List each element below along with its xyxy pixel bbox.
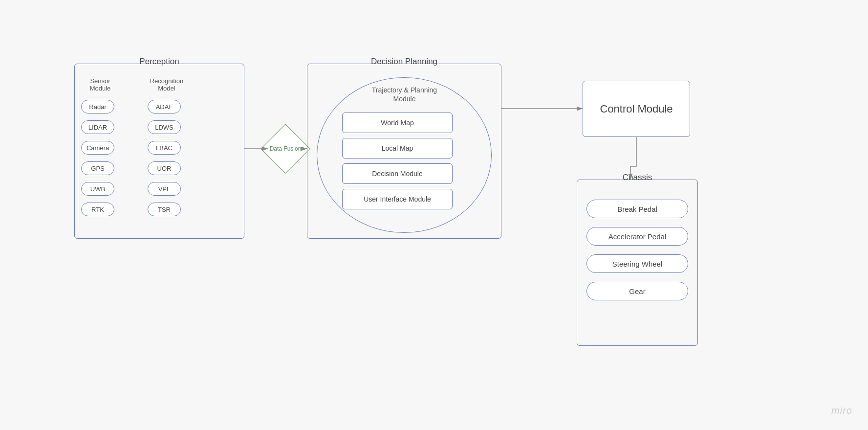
pill-lbac[interactable]: LBAC bbox=[148, 141, 181, 155]
pill-adaf[interactable]: ADAF bbox=[148, 100, 181, 113]
control-module-box: Control Module bbox=[583, 81, 690, 137]
control-module-label: Control Module bbox=[600, 103, 673, 115]
module-local-map[interactable]: Local Map bbox=[342, 138, 453, 158]
module-ui[interactable]: User Interface Module bbox=[342, 189, 453, 209]
pill-lidar[interactable]: LIDAR bbox=[81, 120, 114, 134]
chassis-title: Chassis bbox=[577, 173, 698, 182]
sensor-module-label: Sensor Module bbox=[83, 77, 117, 92]
decision-planning-title: Decision Planning bbox=[307, 57, 501, 67]
diagram-container: Perception Sensor Module Recognition Mod… bbox=[0, 0, 868, 430]
perception-title: Perception bbox=[74, 57, 244, 67]
pill-uor[interactable]: UOR bbox=[148, 161, 181, 175]
pill-gps[interactable]: GPS bbox=[81, 161, 114, 175]
pill-steering-wheel[interactable]: Steering Wheel bbox=[586, 254, 688, 273]
pill-rtk[interactable]: RTK bbox=[81, 203, 114, 216]
pill-vpl[interactable]: VPL bbox=[148, 182, 181, 196]
data-fusion-diamond: Data Fusion bbox=[268, 131, 303, 166]
trajectory-label: Trajectory & Planning Module bbox=[362, 86, 447, 103]
pill-ldws[interactable]: LDWS bbox=[148, 120, 181, 134]
pill-break-pedal[interactable]: Break Pedal bbox=[586, 200, 688, 218]
recognition-model-label: Recognition Model bbox=[145, 77, 189, 92]
pill-gear[interactable]: Gear bbox=[586, 282, 688, 300]
module-world-map[interactable]: World Map bbox=[342, 113, 453, 133]
pill-tsr[interactable]: TSR bbox=[148, 203, 181, 216]
pill-accelerator-pedal[interactable]: Accelerator Pedal bbox=[586, 227, 688, 246]
module-decision[interactable]: Decision Module bbox=[342, 163, 453, 184]
miro-watermark: miro bbox=[831, 405, 852, 416]
pill-uwb[interactable]: UWB bbox=[81, 182, 114, 196]
pill-camera[interactable]: Camera bbox=[81, 141, 114, 155]
data-fusion-label: Data Fusion bbox=[270, 145, 302, 152]
pill-radar[interactable]: Radar bbox=[81, 100, 114, 113]
